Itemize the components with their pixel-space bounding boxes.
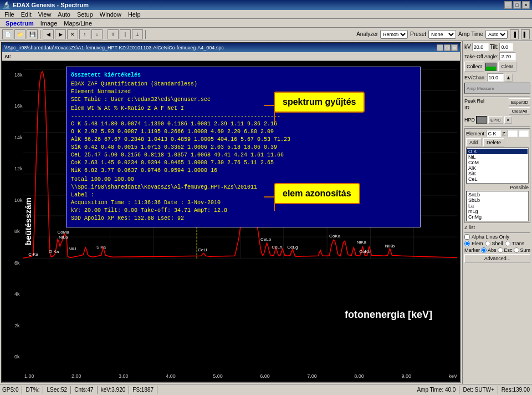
amp-measure-area: Amp Measure <box>464 83 530 94</box>
tool-cursor[interactable]: | <box>120 29 131 39</box>
kv-input[interactable] <box>472 43 489 51</box>
tool-down[interactable]: ↓ <box>91 29 103 39</box>
trans-radio[interactable] <box>505 241 510 246</box>
dp-path: \\Spc_ir98\shareddata\KovacsZs\Al-femuve… <box>71 184 416 191</box>
window-close[interactable]: × <box>451 44 458 51</box>
collect-group: Collect <box>464 62 497 72</box>
elements-list[interactable]: O K NiL CoM AlK SiK CeL CoK NiK <box>466 148 529 184</box>
x-axis-ticks: 1.00 2.00 3.00 4.00 5.00 6.00 7.00 8.00 … <box>24 373 457 379</box>
tool-forward[interactable]: ▶ <box>55 29 66 39</box>
shell-radio[interactable] <box>485 241 490 246</box>
preset-select[interactable]: None <box>428 30 456 39</box>
list-item-sik[interactable]: SiK <box>467 171 528 176</box>
elem-radio[interactable] <box>464 241 470 246</box>
dp-sep: ----------------------------------------… <box>71 113 416 120</box>
dp-row-4: CeL 25.47 5.90 0.2156 0.8118 1.0357 1.00… <box>71 151 416 159</box>
tool-text[interactable]: T <box>108 29 119 39</box>
tool-save[interactable]: 💾 <box>27 29 38 39</box>
y-tick-8k: 8k <box>14 229 23 234</box>
preset-label: Preset <box>410 31 426 37</box>
maximize-button[interactable]: □ <box>513 1 521 9</box>
menu-maps-line[interactable]: Maps/Line <box>60 19 95 27</box>
tool-arrow[interactable]: ↑ <box>79 29 90 39</box>
status-lsec: LSec:52 <box>47 387 67 393</box>
analyzer-label: Analyzer <box>356 31 378 37</box>
status-sep-3 <box>70 386 71 394</box>
possible-item-cnmg[interactable]: CnMg <box>467 214 528 220</box>
peak-coma-label: CoMa <box>58 230 70 235</box>
evchan-spin[interactable]: ▲ <box>505 74 513 82</box>
list-item-ok[interactable]: O K <box>467 149 528 154</box>
esc-radio[interactable] <box>498 247 503 253</box>
epic-button[interactable]: EPIC <box>488 116 503 124</box>
tool-open[interactable]: 📁 <box>14 29 25 39</box>
shell-radio-label: Shell <box>492 241 503 246</box>
element-input[interactable] <box>487 130 501 137</box>
list-item-com[interactable]: CoM <box>467 160 528 165</box>
close-button[interactable]: × <box>522 1 530 9</box>
possible-item-sblb[interactable]: SbLb <box>467 198 528 203</box>
tool-extra1[interactable]: ▐ <box>510 29 519 39</box>
add-delete-row: Add Delete <box>466 138 529 146</box>
advanced-button[interactable]: Advanced... <box>464 254 530 263</box>
menu-view[interactable]: View <box>35 11 55 18</box>
add-button[interactable]: Add <box>466 138 482 146</box>
minimize-button[interactable]: _ <box>504 1 512 9</box>
list-item-nil[interactable]: NiL <box>467 154 528 160</box>
menu-edit[interactable]: Edit <box>18 11 35 18</box>
zplus-input[interactable] <box>519 130 529 137</box>
list-item-alk[interactable]: AlK <box>467 165 528 171</box>
tool-stop[interactable]: ✕ <box>67 29 78 39</box>
abs-radio[interactable] <box>481 247 487 253</box>
possible-list[interactable]: SnLb SbLb La mLg CnMg <box>466 191 529 221</box>
peak-nill-label: NiLl <box>68 246 76 251</box>
status-sep-6 <box>157 386 157 394</box>
delete-button[interactable]: Delete <box>483 138 504 146</box>
peak-nila-label: NiLa <box>59 235 68 240</box>
hpd-meter <box>476 116 487 124</box>
tool-measure[interactable]: ⊥ <box>132 29 143 39</box>
dp-row-2: AlK 56.26 67.67 0.2848 1.0413 0.4859 1.0… <box>71 136 416 144</box>
peak-col-2: Rel <box>477 98 485 115</box>
collect-button[interactable]: Collect <box>464 62 484 72</box>
spectrum-content: beütésszám 18k 16k 14k 12k 10k 8k 6k 4k … <box>2 61 460 382</box>
tilt-input[interactable] <box>499 43 513 51</box>
menu-file[interactable]: File <box>1 11 18 18</box>
element-section: Element: Z: Add Delete O K NiL CoM AlK S… <box>464 128 530 223</box>
sum-radio[interactable] <box>514 247 519 253</box>
list-item-cok[interactable]: CoK <box>467 182 528 184</box>
takeoff-input[interactable] <box>499 52 516 60</box>
dp-kv: kV: 20.00 Tilt: 0.00 Take-off: 34.71 Amp… <box>71 207 416 215</box>
status-amp: Amp Time: 40.0 <box>417 387 456 393</box>
trans-radio-label: Trans <box>512 241 525 246</box>
alpha-lines-checkbox[interactable] <box>464 234 470 240</box>
possible-item-snlb[interactable]: SnLb <box>467 192 528 198</box>
menu-window[interactable]: Window <box>96 11 125 18</box>
evchan-input[interactable] <box>487 73 504 82</box>
z-input[interactable] <box>508 130 518 137</box>
close-icon[interactable]: × <box>504 116 512 124</box>
collect-meter <box>485 63 497 71</box>
expert-id-button[interactable]: ExpertID <box>509 98 530 106</box>
window-minimize[interactable]: _ <box>437 44 443 51</box>
marker-row: Marker Abs Esc Sum <box>464 247 530 253</box>
clear-button[interactable]: Clear <box>498 62 517 72</box>
dp-acq: Acquisition Time : 11:36:36 Date : 3-Nov… <box>71 199 416 207</box>
menu-image[interactable]: Image <box>37 19 61 27</box>
clear-all-button[interactable]: ClearAll <box>509 107 530 115</box>
menu-auto[interactable]: Auto <box>54 11 74 18</box>
menu-setup[interactable]: Setup <box>74 11 96 18</box>
tool-extra2[interactable]: ▌ <box>521 29 530 39</box>
menu-spectrum[interactable]: Spectrum <box>2 19 37 27</box>
possible-item-mlg[interactable]: mLg <box>467 209 528 214</box>
possible-item-la[interactable]: La <box>467 203 528 209</box>
list-item-cel[interactable]: CeL <box>467 176 528 182</box>
window-maximize[interactable]: □ <box>444 44 451 51</box>
data-panel: összetett kiértékelés EDAX ZAF Quantific… <box>66 67 421 227</box>
menu-help[interactable]: Help <box>125 11 144 18</box>
amp-time-select[interactable]: Auto <box>485 30 508 39</box>
tool-new[interactable]: 📄 <box>2 29 13 39</box>
peak-cka-label: C Ka <box>28 252 38 257</box>
tool-back[interactable]: ◀ <box>43 29 54 39</box>
analyzer-select[interactable]: Remote <box>380 30 408 39</box>
